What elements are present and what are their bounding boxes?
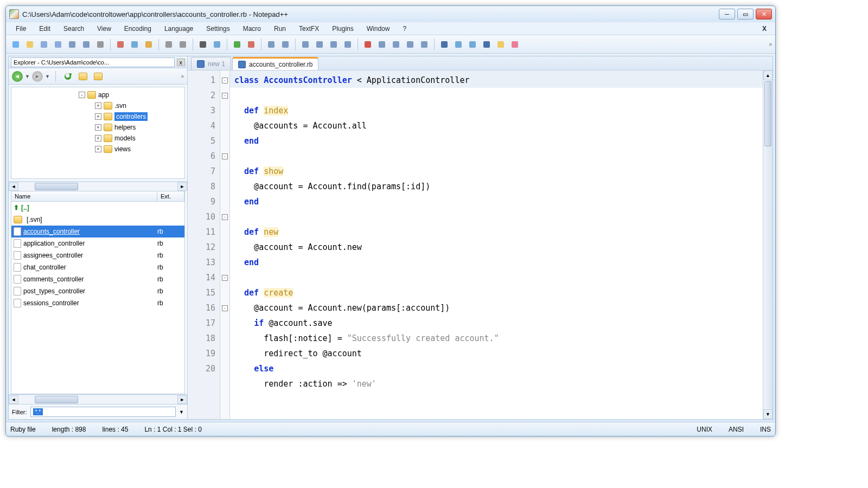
scroll-up-icon[interactable]: ▲	[763, 70, 773, 80]
save-icon[interactable]	[37, 38, 50, 51]
folder-tree[interactable]: -app+.svn+controllers+helpers+models+vie…	[11, 87, 185, 179]
explorer-toolbar-overflow-icon[interactable]: »	[181, 73, 184, 79]
nav-back-drop-icon[interactable]: ▼	[25, 74, 30, 79]
find-icon[interactable]	[196, 38, 209, 51]
save-all-icon[interactable]	[52, 38, 65, 51]
filter-input[interactable]: *.*	[30, 407, 176, 417]
file-row[interactable]: chat_controllerrb	[11, 261, 184, 273]
menu-file[interactable]: File	[10, 24, 31, 34]
explorer-close-icon[interactable]: x	[177, 59, 186, 66]
file-row[interactable]: ⬆[..]	[11, 202, 184, 214]
menu-textfx[interactable]: TextFX	[293, 24, 324, 34]
file-row[interactable]: application_controllerrb	[11, 237, 184, 249]
menu-view[interactable]: View	[92, 24, 117, 34]
close-all-icon[interactable]	[80, 38, 93, 51]
menu-settings[interactable]: Settings	[201, 24, 235, 34]
play-icon[interactable]	[390, 38, 403, 51]
tree-scrollbar[interactable]: ◄►	[9, 181, 187, 191]
filter-drop-icon[interactable]: ▼	[179, 409, 184, 415]
file-row[interactable]: assignees_controllerrb	[11, 249, 184, 261]
filelist-scrollbar[interactable]: ◄►	[9, 394, 187, 404]
new-file-icon[interactable]	[9, 38, 22, 51]
sync-v-icon[interactable]	[265, 38, 278, 51]
sync-h-icon[interactable]	[279, 38, 292, 51]
tree-item-.svn[interactable]: +.svn	[14, 100, 182, 111]
play-multi-icon[interactable]	[404, 38, 417, 51]
nav-forward-button[interactable]: ►	[32, 71, 43, 82]
close-icon[interactable]	[66, 38, 79, 51]
explorer-path-input[interactable]	[11, 57, 175, 67]
close-button[interactable]: ✕	[756, 9, 772, 20]
tree-toggle-icon[interactable]: +	[95, 146, 101, 152]
paste-icon[interactable]	[142, 38, 155, 51]
refresh-icon[interactable]	[61, 70, 74, 83]
menu-encoding[interactable]: Encoding	[119, 24, 157, 34]
tree-item-controllers[interactable]: +controllers	[14, 111, 182, 122]
menu-macro[interactable]: Macro	[238, 24, 266, 34]
tab-accounts_controller-rb[interactable]: accounts_controller.rb	[232, 57, 318, 70]
tree-toggle-icon[interactable]: -	[79, 92, 85, 98]
record-icon[interactable]	[361, 38, 374, 51]
file-list-header[interactable]: Name Ext.	[11, 191, 185, 202]
up-icon[interactable]	[452, 38, 465, 51]
menu-?[interactable]: ?	[397, 24, 412, 34]
fold-toggle-icon[interactable]: -	[220, 300, 229, 316]
func-start-icon[interactable]	[438, 38, 451, 51]
save-macro-icon[interactable]	[418, 38, 431, 51]
scroll-down-icon[interactable]: ▼	[763, 409, 773, 419]
nav-fwd-drop-icon[interactable]: ▼	[45, 74, 50, 79]
file-list[interactable]: ⬆[..][.svn]accounts_controllerrbapplicat…	[11, 202, 185, 394]
file-row[interactable]: sessions_controllerrb	[11, 297, 184, 309]
nav-back-button[interactable]: ◄	[12, 71, 23, 82]
print-icon[interactable]	[94, 38, 107, 51]
stop-icon[interactable]	[375, 38, 388, 51]
fold-toggle-icon[interactable]: -	[220, 270, 229, 285]
menu-language[interactable]: Language	[159, 24, 199, 34]
tree-item-helpers[interactable]: +helpers	[14, 122, 182, 133]
menu-search[interactable]: Search	[58, 24, 90, 34]
cut-icon[interactable]	[114, 38, 127, 51]
fold-toggle-icon[interactable]: -	[220, 209, 229, 224]
menu-tab-close[interactable]: X	[758, 24, 771, 34]
menu-plugins[interactable]: Plugins	[327, 24, 359, 34]
fold-column[interactable]: ------	[220, 70, 230, 419]
menu-edit[interactable]: Edit	[34, 24, 56, 34]
tab-new-1[interactable]: new 1	[191, 57, 231, 70]
zoom-out-icon[interactable]	[245, 38, 258, 51]
folder-as-icon[interactable]	[341, 38, 354, 51]
down-icon[interactable]	[466, 38, 479, 51]
file-row[interactable]: post_types_controllerrb	[11, 285, 184, 297]
tree-toggle-icon[interactable]: +	[95, 124, 101, 131]
menu-window[interactable]: Window	[361, 24, 395, 34]
tree-item-app[interactable]: -app	[14, 89, 182, 100]
file-row[interactable]: comments_controllerrb	[11, 273, 184, 285]
titlebar[interactable]: C:\Users\Adam\code\controltower\app\cont…	[6, 6, 775, 22]
maximize-button[interactable]: ▭	[737, 9, 754, 20]
show-all-icon[interactable]	[313, 38, 326, 51]
file-row[interactable]: accounts_controllerrb	[11, 226, 184, 237]
toolbar-overflow-icon[interactable]: »	[769, 41, 772, 47]
replace-icon[interactable]	[210, 38, 224, 51]
zoom-in-icon[interactable]	[231, 38, 244, 51]
vertical-scrollbar[interactable]: ▲ ▼	[763, 70, 773, 419]
col-name[interactable]: Name	[11, 191, 157, 201]
fold-toggle-icon[interactable]: -	[220, 73, 229, 88]
col-ext[interactable]: Ext.	[157, 191, 184, 201]
code-editor[interactable]: class AccountsController < ApplicationCo…	[230, 70, 763, 419]
menu-run[interactable]: Run	[269, 24, 291, 34]
wrap-icon[interactable]	[299, 38, 312, 51]
highlight-icon[interactable]	[494, 38, 507, 51]
redo-icon[interactable]	[176, 38, 189, 51]
copy-icon[interactable]	[128, 38, 141, 51]
undo-icon[interactable]	[162, 38, 175, 51]
heart-icon[interactable]	[508, 38, 521, 51]
tree-toggle-icon[interactable]: +	[95, 113, 101, 120]
indent-guide-icon[interactable]	[327, 38, 340, 51]
tree-toggle-icon[interactable]: +	[95, 135, 101, 142]
fold-toggle-icon[interactable]: -	[220, 149, 229, 164]
fold-toggle-icon[interactable]: -	[220, 88, 229, 103]
func-end-icon[interactable]	[480, 38, 493, 51]
scroll-thumb[interactable]	[764, 81, 771, 146]
tree-item-views[interactable]: +views	[14, 144, 182, 155]
folder-open-icon[interactable]	[92, 70, 105, 83]
